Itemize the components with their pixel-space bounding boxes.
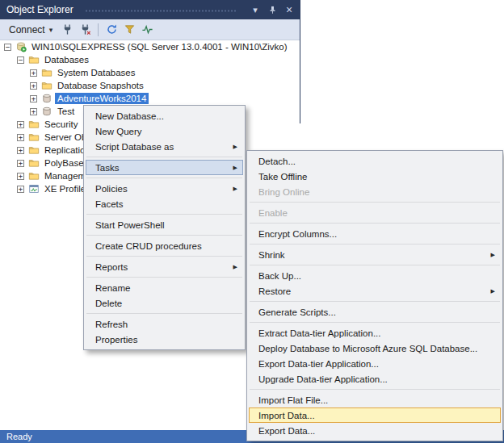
filter-icon[interactable]	[120, 22, 138, 38]
menu-item-shrink[interactable]: Shrink▶	[249, 247, 501, 262]
tree-item-system-databases[interactable]: +System Databases	[0, 66, 300, 79]
menu-item-extract-data-tier-application[interactable]: Extract Data-tier Application...	[249, 325, 501, 341]
expand-box-icon[interactable]: +	[17, 147, 24, 154]
xe-icon	[27, 182, 40, 195]
menu-separator	[86, 235, 242, 236]
menu-item-generate-scripts[interactable]: Generate Scripts...	[249, 304, 501, 320]
menu-item-facets[interactable]: Facets	[86, 196, 243, 211]
tree-item-win10-sqlexpress-sql-server-13-0-4001-win10-zivko[interactable]: −WIN10\SQLEXPRESS (SQL Server 13.0.4001 …	[0, 40, 300, 53]
tree-item-label[interactable]: System Databases	[55, 67, 138, 78]
menu-item-properties[interactable]: Properties	[86, 332, 243, 347]
submenu-arrow-icon: ▶	[233, 144, 237, 150]
menu-item-label: Policies	[95, 184, 229, 194]
menu-item-new-query[interactable]: New Query	[86, 123, 243, 139]
expand-box-icon[interactable]: +	[30, 82, 37, 90]
tree-item-label[interactable]: Database Snapshots	[55, 80, 146, 91]
disconnect-plug-icon[interactable]	[76, 22, 94, 38]
refresh-icon[interactable]	[103, 22, 120, 38]
tasks-submenu: Detach...Take OfflineBring OnlineEnableE…	[246, 150, 503, 441]
chevron-down-icon: ▾	[49, 26, 53, 34]
submenu-arrow-icon: ▶	[233, 186, 237, 192]
status-text: Ready	[6, 432, 32, 441]
folder-icon	[27, 144, 40, 157]
menu-separator	[250, 389, 500, 390]
menu-item-import-data[interactable]: Import Data...	[249, 407, 501, 423]
menu-item-label: Deploy Database to Microsoft Azure SQL D…	[258, 344, 495, 353]
menu-item-label: Properties	[95, 335, 237, 345]
folder-icon	[40, 66, 53, 79]
menu-item-label: Back Up...	[258, 271, 495, 281]
menu-item-import-flat-file[interactable]: Import Flat File...	[249, 392, 501, 407]
menu-item-refresh[interactable]: Refresh	[86, 316, 243, 332]
menu-item-rename[interactable]: Rename	[86, 280, 243, 295]
submenu-arrow-icon: ▶	[491, 252, 495, 258]
connect-plug-icon[interactable]	[58, 22, 76, 38]
menu-item-start-powershell[interactable]: Start PowerShell	[86, 217, 243, 232]
tree-item-label[interactable]: WIN10\SQLEXPRESS (SQL Server 13.0.4001 -…	[29, 41, 290, 52]
database-context-menu: New Database...New QueryScript Database …	[83, 105, 246, 350]
menu-item-label: Enable	[258, 208, 495, 218]
menu-item-label: Extract Data-tier Application...	[258, 328, 495, 338]
menu-item-export-data-tier-application[interactable]: Export Data-tier Application...	[249, 356, 501, 371]
menu-item-deploy-database-to-microsoft-azure-sql-database[interactable]: Deploy Database to Microsoft Azure SQL D…	[249, 341, 501, 356]
menu-separator	[250, 202, 500, 203]
tree-item-label[interactable]: AdventureWorks2014	[55, 93, 149, 104]
expand-box-icon[interactable]: +	[17, 186, 24, 193]
menu-separator	[250, 244, 500, 244]
menu-item-script-database-as[interactable]: Script Database as▶	[86, 139, 243, 154]
menu-item-reports[interactable]: Reports▶	[86, 259, 243, 274]
expand-box-icon[interactable]: +	[17, 160, 24, 167]
menu-item-label: New Query	[95, 127, 237, 136]
menu-item-take-offline[interactable]: Take Offline	[249, 169, 501, 184]
ssms-window: Object Explorer ▾ × Connect ▾ −WIN10\SQL…	[0, 0, 504, 443]
close-icon[interactable]: ×	[283, 3, 296, 16]
expand-box-icon[interactable]: +	[30, 69, 37, 77]
tree-item-label[interactable]: Security	[42, 119, 81, 130]
panel-right-border	[300, 0, 300, 123]
menu-item-detach[interactable]: Detach...	[249, 153, 501, 169]
menu-item-policies[interactable]: Policies▶	[86, 181, 243, 196]
tree-item-label[interactable]: PolyBase	[42, 157, 86, 169]
tree-item-databases[interactable]: −Databases	[0, 53, 300, 66]
menu-item-export-data[interactable]: Export Data...	[249, 423, 501, 438]
menu-item-label: Refresh	[95, 320, 237, 329]
expand-box-icon[interactable]: +	[30, 108, 37, 115]
tree-item-adventureworks2014[interactable]: +AdventureWorks2014	[0, 92, 300, 105]
menu-item-enable: Enable	[249, 205, 501, 220]
menu-item-label: Import Flat File...	[258, 395, 495, 405]
connect-button[interactable]: Connect ▾	[3, 23, 58, 37]
activity-icon[interactable]	[138, 22, 156, 38]
menu-item-label: Export Data...	[258, 426, 495, 436]
tree-item-label[interactable]: Databases	[42, 54, 91, 65]
tree-item-database-snapshots[interactable]: +Database Snapshots	[0, 79, 300, 92]
menu-separator	[250, 301, 500, 302]
expand-box-icon[interactable]: +	[30, 95, 37, 102]
expand-box-icon[interactable]: +	[17, 134, 24, 141]
database-icon	[40, 92, 53, 105]
menu-item-upgrade-data-tier-application[interactable]: Upgrade Data-tier Application...	[249, 371, 501, 387]
menu-item-delete[interactable]: Delete	[86, 295, 243, 311]
menu-item-label: Detach...	[258, 157, 495, 166]
menu-item-label: Upgrade Data-tier Application...	[258, 374, 495, 384]
database-icon	[40, 105, 53, 118]
menu-item-restore[interactable]: Restore▶	[249, 283, 501, 299]
submenu-arrow-icon: ▶	[233, 165, 237, 171]
menu-separator	[86, 178, 242, 178]
window-position-icon[interactable]: ▾	[249, 3, 262, 16]
menu-separator	[86, 256, 242, 257]
collapse-box-icon[interactable]: −	[17, 56, 24, 64]
tree-item-label[interactable]: Test	[55, 106, 77, 117]
expand-box-icon[interactable]: +	[17, 173, 24, 180]
menu-item-encrypt-columns[interactable]: Encrypt Columns...	[249, 226, 501, 241]
menu-item-label: Delete	[95, 299, 237, 308]
toolbar-icon-group	[58, 22, 156, 38]
menu-separator	[250, 265, 500, 265]
menu-item-tasks[interactable]: Tasks▶	[86, 160, 243, 175]
menu-item-back-up[interactable]: Back Up...	[249, 268, 501, 283]
menu-item-new-database[interactable]: New Database...	[86, 108, 243, 123]
pin-icon[interactable]	[266, 3, 279, 16]
menu-item-label: Start PowerShell	[95, 220, 237, 230]
expand-box-icon[interactable]: +	[17, 121, 24, 128]
menu-item-create-crud-procedures[interactable]: Create CRUD procedures	[86, 238, 243, 253]
collapse-box-icon[interactable]: −	[4, 44, 11, 51]
